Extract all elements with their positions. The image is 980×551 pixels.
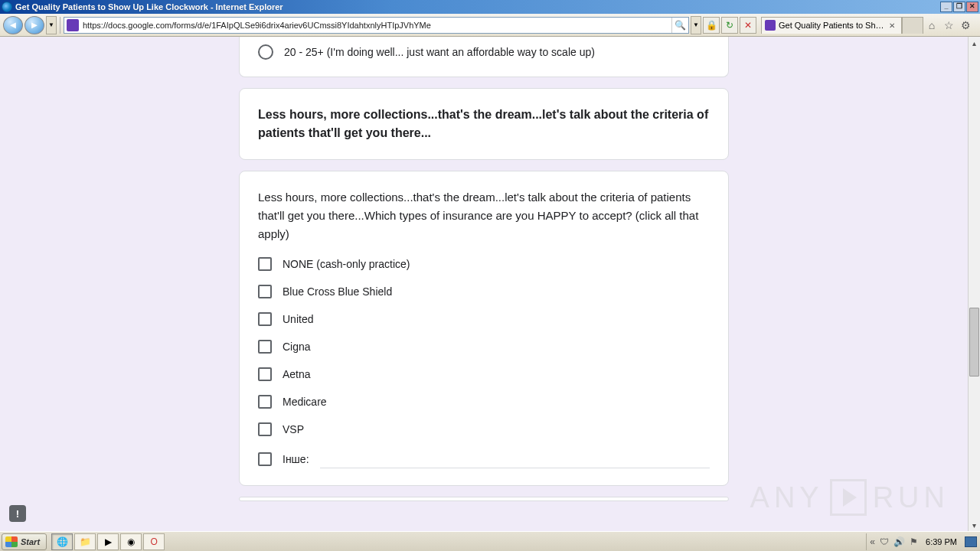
maximize-button[interactable]: ❐ xyxy=(953,2,965,12)
tab-strip: Get Quality Patients to Show... ✕ xyxy=(761,17,923,34)
tray-flag-icon[interactable]: ⚑ xyxy=(910,536,918,547)
watermark: ANY RUN xyxy=(750,479,949,516)
checkbox-label: VSP xyxy=(283,423,304,435)
back-button[interactable]: ◄ xyxy=(3,16,23,34)
next-card-peek xyxy=(239,497,729,501)
checkbox-option[interactable]: NONE (cash-only practice) xyxy=(258,257,710,271)
show-desktop-button[interactable] xyxy=(965,536,977,547)
radio-icon[interactable] xyxy=(258,44,273,60)
browser-toolbar: ◄ ► ▼ 🔍 ▼ 🔒 ↻ ✕ Get Quality Patients to … xyxy=(0,14,980,37)
scroll-down-arrow-icon[interactable]: ▾ xyxy=(969,519,980,531)
window-controls: _ ❐ ✕ xyxy=(940,2,978,12)
window-title: Get Quality Patients to Show Up Like Clo… xyxy=(15,2,940,11)
checkbox-label: Cigna xyxy=(283,341,311,353)
taskbar-item-opera[interactable]: O xyxy=(143,533,165,550)
refresh-button[interactable]: ↻ xyxy=(721,17,738,34)
section-header-card: Less hours, more collections...that's th… xyxy=(239,88,729,160)
scroll-track[interactable] xyxy=(969,49,980,519)
checkbox-icon[interactable] xyxy=(258,395,272,409)
tray-clock[interactable]: 6:39 PM xyxy=(923,537,960,546)
ie-icon xyxy=(2,2,12,12)
checkbox-option[interactable]: Cigna xyxy=(258,340,710,354)
url-input[interactable] xyxy=(81,18,671,33)
start-label: Start xyxy=(21,537,40,546)
forms-favicon-icon xyxy=(67,19,79,31)
vertical-scrollbar[interactable]: ▴ ▾ xyxy=(968,37,980,531)
page-content: 20 - 25+ (I'm doing well... just want an… xyxy=(0,37,968,531)
windows-flag-icon xyxy=(5,536,18,547)
checkbox-icon[interactable] xyxy=(258,422,272,436)
tab-title: Get Quality Patients to Show... xyxy=(779,21,886,30)
quick-launch: 🌐 📁 ▶ ◉ O xyxy=(51,533,165,550)
checkbox-option[interactable]: Blue Cross Blue Shield xyxy=(258,285,710,298)
radio-label: 20 - 25+ (I'm doing well... just want an… xyxy=(284,46,595,58)
address-bar[interactable]: 🔍 xyxy=(64,17,689,34)
report-problem-button[interactable]: ! xyxy=(9,505,26,522)
other-label: Інше: xyxy=(283,453,309,465)
question-card-insurance: Less hours, more collections...that's th… xyxy=(239,171,729,486)
scroll-thumb[interactable] xyxy=(969,308,979,377)
tab-favicon-icon xyxy=(765,20,776,31)
taskbar-item-chrome[interactable]: ◉ xyxy=(120,533,142,550)
security-lock-icon[interactable]: 🔒 xyxy=(703,17,720,34)
toolbar-separator xyxy=(60,17,60,34)
taskbar-item-media[interactable]: ▶ xyxy=(97,533,119,550)
watermark-text-right: RUN xyxy=(873,481,949,514)
section-title: Less hours, more collections...that's th… xyxy=(258,106,710,142)
checkbox-label: Blue Cross Blue Shield xyxy=(283,285,392,298)
checkbox-icon[interactable] xyxy=(258,367,272,381)
address-dropdown[interactable]: ▼ xyxy=(691,16,701,34)
new-tab-button[interactable] xyxy=(902,17,923,34)
toolbar-right-controls: ⌂ ☆ ⚙ xyxy=(925,18,977,32)
taskbar-item-explorer[interactable]: 📁 xyxy=(74,533,96,550)
checkbox-icon[interactable] xyxy=(258,257,272,271)
stop-button[interactable]: ✕ xyxy=(740,17,756,34)
checkbox-option[interactable]: Aetna xyxy=(258,367,710,381)
checkbox-option[interactable]: Medicare xyxy=(258,395,710,409)
tray-expand-icon[interactable]: « xyxy=(870,536,875,547)
checkbox-option[interactable]: United xyxy=(258,312,710,326)
home-icon[interactable]: ⌂ xyxy=(925,18,939,32)
favorites-icon[interactable]: ☆ xyxy=(942,18,956,32)
tab-close-icon[interactable]: ✕ xyxy=(889,21,895,30)
checkbox-label: Medicare xyxy=(283,396,327,408)
nav-history-dropdown[interactable]: ▼ xyxy=(46,16,57,34)
minimize-button[interactable]: _ xyxy=(940,2,952,12)
radio-option[interactable]: 20 - 25+ (I'm doing well... just want an… xyxy=(258,44,710,60)
checkbox-icon[interactable] xyxy=(258,285,272,298)
watermark-play-icon xyxy=(830,479,867,516)
close-button[interactable]: ✕ xyxy=(966,2,978,12)
taskbar: Start 🌐 📁 ▶ ◉ O « 🛡 🔊 ⚑ 6:39 PM xyxy=(0,531,980,551)
window-titlebar: Get Quality Patients to Show Up Like Clo… xyxy=(0,0,980,14)
checkbox-label: Aetna xyxy=(283,368,311,380)
checkbox-option[interactable]: VSP xyxy=(258,422,710,436)
browser-viewport: 20 - 25+ (I'm doing well... just want an… xyxy=(0,37,980,531)
checkbox-option-other[interactable]: Інше: xyxy=(258,450,710,468)
start-button[interactable]: Start xyxy=(2,533,47,550)
watermark-text-left: ANY xyxy=(750,481,824,514)
browser-tab[interactable]: Get Quality Patients to Show... ✕ xyxy=(761,17,902,34)
scroll-up-arrow-icon[interactable]: ▴ xyxy=(969,37,980,49)
question-title: Less hours, more collections...that's th… xyxy=(258,188,710,243)
search-icon[interactable]: 🔍 xyxy=(671,18,688,33)
checkbox-label: NONE (cash-only practice) xyxy=(283,258,410,270)
system-tray: « 🛡 🔊 ⚑ 6:39 PM xyxy=(866,533,980,550)
tools-gear-icon[interactable]: ⚙ xyxy=(959,18,972,32)
taskbar-item-ie[interactable]: 🌐 xyxy=(51,533,73,550)
tray-volume-icon[interactable]: 🔊 xyxy=(893,536,905,547)
question-card-patients-count: 20 - 25+ (I'm doing well... just want an… xyxy=(239,37,729,77)
checkbox-label: United xyxy=(283,313,313,325)
other-input[interactable] xyxy=(320,450,710,468)
checkbox-icon[interactable] xyxy=(258,340,272,354)
checkbox-icon[interactable] xyxy=(258,312,272,326)
forward-button[interactable]: ► xyxy=(24,16,44,34)
checkbox-icon[interactable] xyxy=(258,452,272,466)
tray-shield-icon[interactable]: 🛡 xyxy=(880,536,889,547)
form-container: 20 - 25+ (I'm doing well... just want an… xyxy=(239,37,729,501)
